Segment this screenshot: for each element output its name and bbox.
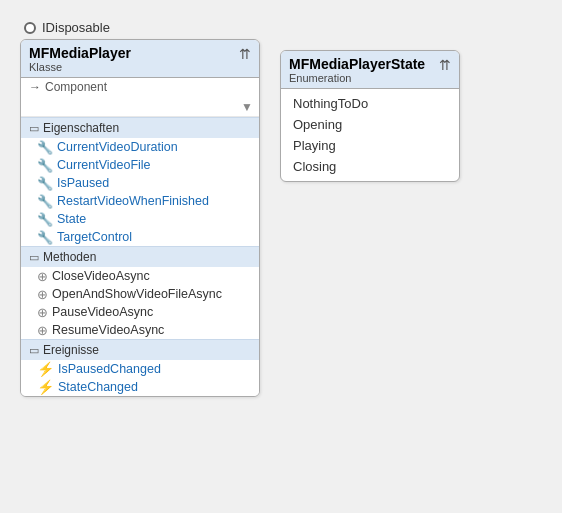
prop-icon-3: 🔧: [37, 177, 53, 190]
expand-icon[interactable]: ⇈: [239, 47, 251, 61]
enum-value-opening-label: Opening: [293, 117, 342, 132]
member-openandshowvideofileasync: ⊕ OpenAndShowVideoFileAsync: [21, 285, 259, 303]
member-ispausedchanged: ⚡ IsPausedChanged: [21, 360, 259, 378]
idisposable-circle-icon: [24, 22, 36, 34]
member-resumevideoasync: ⊕ ResumeVideoAsync: [21, 321, 259, 339]
enum-value-playing[interactable]: Playing: [281, 135, 459, 156]
member-name-1[interactable]: CurrentVideoDuration: [57, 140, 178, 154]
event-icon-1: ⚡: [37, 362, 54, 376]
prop-icon-4: 🔧: [37, 195, 53, 208]
enum-title: MFMediaPlayerState: [289, 56, 425, 72]
component-label: Component: [45, 80, 107, 94]
event-icon-2: ⚡: [37, 380, 54, 394]
section-ereignisse-label: Ereignisse: [43, 343, 99, 357]
method-icon-1: ⊕: [37, 270, 48, 283]
prop-icon-5: 🔧: [37, 213, 53, 226]
enum-value-nothingtodo[interactable]: NothingToDo: [281, 93, 459, 114]
member-restartvideowhenfinished: 🔧 RestartVideoWhenFinished: [21, 192, 259, 210]
member-state: 🔧 State: [21, 210, 259, 228]
event-name-1[interactable]: IsPausedChanged: [58, 362, 161, 376]
method-name-1[interactable]: CloseVideoAsync: [52, 269, 150, 283]
member-name-3[interactable]: IsPaused: [57, 176, 109, 190]
enum-header-info: MFMediaPlayerState Enumeration: [289, 56, 425, 84]
mfmediaplayer-box: MFMediaPlayer Klasse ⇈ → Component ▼ ▭ E…: [20, 39, 260, 397]
class-title: MFMediaPlayer: [29, 45, 131, 61]
idisposable-label: IDisposable: [42, 20, 110, 35]
enum-value-closing-label: Closing: [293, 159, 336, 174]
arrow-right-icon: →: [29, 80, 41, 94]
method-icon-3: ⊕: [37, 306, 48, 319]
class-header: MFMediaPlayer Klasse ⇈: [21, 40, 259, 78]
enum-subtitle: Enumeration: [289, 72, 425, 84]
member-currentvideofile: 🔧 CurrentVideoFile: [21, 156, 259, 174]
member-pausevideoasync: ⊕ PauseVideoAsync: [21, 303, 259, 321]
prop-icon-2: 🔧: [37, 159, 53, 172]
collapse-ereignisse-icon[interactable]: ▭: [29, 344, 39, 357]
collapse-methoden-icon[interactable]: ▭: [29, 251, 39, 264]
filter-icon[interactable]: ▼: [241, 100, 253, 114]
enum-header: MFMediaPlayerState Enumeration ⇈: [281, 51, 459, 89]
method-icon-2: ⊕: [37, 288, 48, 301]
right-panel: MFMediaPlayerState Enumeration ⇈ Nothing…: [280, 50, 460, 182]
member-name-2[interactable]: CurrentVideoFile: [57, 158, 151, 172]
section-methoden-label: Methoden: [43, 250, 96, 264]
class-header-info: MFMediaPlayer Klasse: [29, 45, 131, 73]
filter-row: ▼: [21, 98, 259, 117]
collapse-eigenschaften-icon[interactable]: ▭: [29, 122, 39, 135]
section-methoden: ▭ Methoden: [21, 246, 259, 267]
left-panel: IDisposable MFMediaPlayer Klasse ⇈ → Com…: [20, 20, 260, 397]
section-eigenschaften: ▭ Eigenschaften: [21, 117, 259, 138]
event-name-2[interactable]: StateChanged: [58, 380, 138, 394]
method-name-2[interactable]: OpenAndShowVideoFileAsync: [52, 287, 222, 301]
enum-value-playing-label: Playing: [293, 138, 336, 153]
idisposable-node: IDisposable: [20, 20, 110, 35]
member-name-5[interactable]: State: [57, 212, 86, 226]
prop-icon-6: 🔧: [37, 231, 53, 244]
component-row: → Component: [21, 78, 259, 98]
member-name-4[interactable]: RestartVideoWhenFinished: [57, 194, 209, 208]
enum-value-closing[interactable]: Closing: [281, 156, 459, 177]
enum-value-opening[interactable]: Opening: [281, 114, 459, 135]
section-ereignisse: ▭ Ereignisse: [21, 339, 259, 360]
section-eigenschaften-label: Eigenschaften: [43, 121, 119, 135]
prop-icon-1: 🔧: [37, 141, 53, 154]
enum-expand-icon[interactable]: ⇈: [439, 58, 451, 72]
enum-box: MFMediaPlayerState Enumeration ⇈ Nothing…: [280, 50, 460, 182]
member-targetcontrol: 🔧 TargetControl: [21, 228, 259, 246]
member-ispaused: 🔧 IsPaused: [21, 174, 259, 192]
enum-value-nothingtodo-label: NothingToDo: [293, 96, 368, 111]
member-currentvideoduration: 🔧 CurrentVideoDuration: [21, 138, 259, 156]
class-subtitle: Klasse: [29, 61, 131, 73]
member-name-6[interactable]: TargetControl: [57, 230, 132, 244]
member-closevideoasync: ⊕ CloseVideoAsync: [21, 267, 259, 285]
method-icon-4: ⊕: [37, 324, 48, 337]
member-statechanged: ⚡ StateChanged: [21, 378, 259, 396]
method-name-3[interactable]: PauseVideoAsync: [52, 305, 153, 319]
enum-values: NothingToDo Opening Playing Closing: [281, 89, 459, 181]
method-name-4[interactable]: ResumeVideoAsync: [52, 323, 164, 337]
